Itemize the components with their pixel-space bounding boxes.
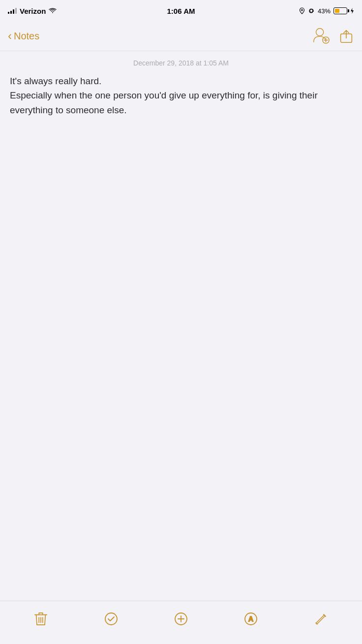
- chevron-left-icon: ‹: [8, 29, 12, 43]
- svg-point-2: [316, 28, 324, 35]
- back-label: Notes: [14, 31, 39, 42]
- edit-button[interactable]: [309, 607, 333, 631]
- nav-right-buttons: [312, 26, 354, 47]
- trash-button[interactable]: [29, 607, 53, 631]
- back-button[interactable]: ‹ Notes: [8, 30, 39, 43]
- status-bar: Verizon 1:06 AM 43%: [0, 0, 362, 22]
- format-button[interactable]: A: [239, 607, 263, 631]
- location-icon: [299, 7, 305, 14]
- svg-text:A: A: [248, 615, 253, 623]
- status-time: 1:06 AM: [167, 7, 195, 15]
- charging-icon: [350, 7, 354, 14]
- format-icon: A: [244, 612, 258, 626]
- battery-icon: [333, 7, 347, 14]
- wifi-icon: [49, 8, 57, 14]
- status-left: Verizon: [8, 7, 57, 15]
- person-add-icon: [312, 26, 331, 45]
- add-person-button[interactable]: [312, 26, 331, 47]
- note-date: December 29, 2018 at 1:05 AM: [10, 59, 352, 67]
- status-right: 43%: [299, 7, 354, 15]
- bottom-toolbar: A: [0, 601, 362, 644]
- signal-bars-icon: [8, 8, 17, 14]
- share-button[interactable]: [338, 29, 354, 44]
- battery-percent: 43%: [318, 7, 331, 15]
- trash-icon: [34, 612, 48, 626]
- plus-circle-icon: [174, 612, 188, 626]
- nav-bar: ‹ Notes: [0, 22, 362, 51]
- new-note-button[interactable]: [169, 607, 193, 631]
- carrier-label: Verizon: [20, 7, 46, 15]
- svg-point-0: [301, 9, 302, 11]
- at-icon: [308, 7, 315, 14]
- note-body[interactable]: It's always really hard. Especially when…: [10, 74, 352, 117]
- check-button[interactable]: [99, 607, 123, 631]
- share-icon: [339, 30, 353, 43]
- svg-point-10: [105, 613, 117, 625]
- note-content[interactable]: December 29, 2018 at 1:05 AM It's always…: [0, 51, 362, 117]
- compose-icon: [314, 612, 328, 626]
- check-icon: [104, 612, 118, 626]
